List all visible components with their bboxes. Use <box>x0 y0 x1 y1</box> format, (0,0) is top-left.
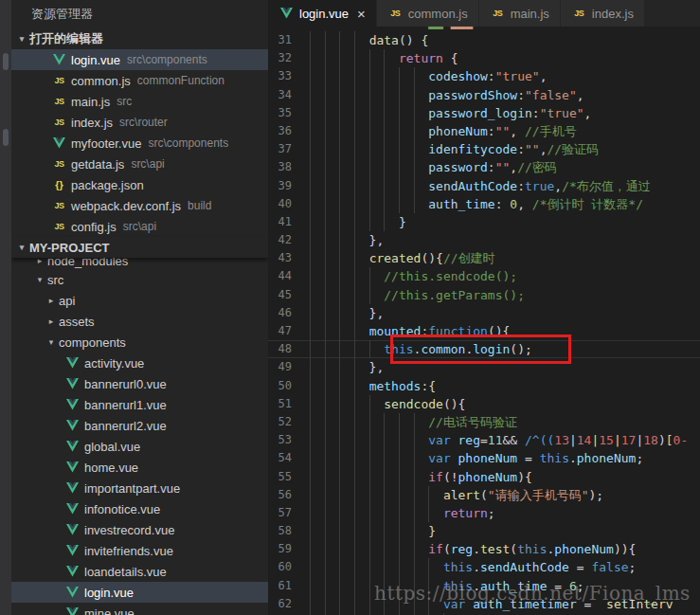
code-text: passwordShow:"false", <box>310 86 584 104</box>
tree-file-item[interactable]: activity.vue <box>11 353 268 373</box>
tree-folder-item[interactable]: ▸node_modules <box>11 258 268 269</box>
chevron-right-icon: ▸ <box>32 258 47 265</box>
code-line[interactable]: 35 password_login:"true", <box>268 104 700 122</box>
file-path: src\api <box>131 157 164 171</box>
code-line[interactable]: 52 //电话号码验证 <box>268 413 700 431</box>
open-editor-item[interactable]: myfooter.vuesrc\components <box>11 133 268 154</box>
line-number: 35 <box>268 104 310 122</box>
open-editor-item[interactable]: {}package.json <box>11 174 268 195</box>
vue-icon <box>64 587 81 598</box>
file-name: mine.vue <box>84 606 135 615</box>
tree-file-item[interactable]: login.vue <box>11 582 268 603</box>
file-name: login.vue <box>71 53 120 67</box>
code-line[interactable]: 60 this.sendAuthCode = false; <box>268 558 700 576</box>
code-line[interactable]: 34 passwordShow:"false", <box>268 86 700 104</box>
file-name: index.js <box>71 116 113 130</box>
tree-file-item[interactable]: bannerurl0.vue <box>11 373 268 394</box>
code-line[interactable]: 57 return; <box>268 504 700 522</box>
code-text: } <box>310 213 406 231</box>
line-number: 46 <box>268 304 310 322</box>
file-name: myfooter.vue <box>71 136 141 151</box>
vue-icon <box>64 399 81 410</box>
tree-file-item[interactable]: loandetails.vue <box>11 561 268 582</box>
code-text: //this.sendcode(); <box>310 267 517 285</box>
code-text: methods:{ <box>310 377 436 395</box>
code-text: password:"",//密码 <box>310 158 557 176</box>
open-editor-item[interactable]: JSconfig.jssrc\api <box>11 216 268 237</box>
open-editor-item[interactable]: JSmain.jssrc <box>11 91 268 112</box>
code-line[interactable]: 50 methods:{ <box>268 377 700 395</box>
tree-folder-item[interactable]: ▾src <box>11 269 268 290</box>
tab-label: common.js <box>408 7 468 21</box>
tree-folder-item[interactable]: ▾components <box>11 332 268 353</box>
open-editor-item[interactable]: JScommon.jscommonFunction <box>11 70 268 91</box>
line-number: 32 <box>268 49 310 67</box>
tree-file-item[interactable]: bannerurl2.vue <box>11 415 268 436</box>
chevron-right-icon: ▸ <box>44 317 59 326</box>
file-name: activity.vue <box>84 356 144 371</box>
project-label: MY-PROJECT <box>29 241 110 255</box>
tree-file-item[interactable]: home.vue <box>11 457 268 478</box>
tab-common-js[interactable]: JScommon.js <box>377 0 479 27</box>
vue-icon <box>64 357 81 369</box>
code-text: }, <box>310 231 384 249</box>
tab-label: login.vue <box>299 7 349 21</box>
code-line[interactable]: 43 created(){//创建时 <box>268 249 700 267</box>
code-line[interactable]: 36 phoneNum:"", //手机号 <box>268 122 700 140</box>
close-icon[interactable]: × <box>357 7 366 21</box>
code-line[interactable]: 45 //this.getParams(); <box>268 286 700 304</box>
code-line[interactable]: 32 return { <box>268 49 700 67</box>
js-icon: JS <box>51 222 67 231</box>
line-number: 58 <box>268 522 310 540</box>
code-line[interactable]: 53 var reg=11&& /^((13|14|15|17|18)[0- <box>268 431 700 449</box>
code-line[interactable]: 51 sendcode(){ <box>268 395 700 413</box>
file-path: src\api <box>123 220 156 233</box>
open-editor-item[interactable]: JSwebpack.dev.conf.jsbuild <box>11 195 268 216</box>
code-line[interactable]: 42 }, <box>268 231 700 249</box>
line-number: 56 <box>268 486 310 504</box>
open-editor-item[interactable]: JSindex.jssrc\router <box>11 112 268 133</box>
code-line[interactable]: 31 data() { <box>268 31 700 49</box>
tree-file-item[interactable]: investrecord.vue <box>11 519 268 540</box>
code-line[interactable]: 58 } <box>268 522 700 540</box>
tab-login-vue[interactable]: login.vue× <box>268 0 377 27</box>
tab-index-js[interactable]: JSindex.js <box>561 0 645 27</box>
open-editor-item[interactable]: login.vuesrc\components <box>11 49 268 70</box>
tab-main-js[interactable]: JSmain.js <box>479 0 561 27</box>
tree-file-item[interactable]: global.vue <box>11 436 268 457</box>
tree-folder-item[interactable]: ▸api <box>11 290 268 311</box>
code-line[interactable]: 41 } <box>268 213 700 231</box>
code-line[interactable]: 40 auth_time: 0, /*倒计时 计数器*/ <box>268 195 700 213</box>
chevron-down-icon: ▾ <box>44 337 59 347</box>
code-text: } <box>310 522 436 540</box>
code-text: password_login:"true", <box>310 104 591 122</box>
tab-bar: login.vue×JScommon.jsJSmain.jsJSindex.js <box>268 0 700 27</box>
explorer-title: 资源管理器 <box>11 0 268 28</box>
tree-file-item[interactable]: mine.vue <box>11 603 268 615</box>
open-editor-item[interactable]: JSgetdata.jssrc\api <box>11 154 268 174</box>
line-number: 34 <box>268 86 310 104</box>
code-line[interactable]: 54 var phoneNum = this.phoneNum; <box>268 449 700 467</box>
tree-file-item[interactable]: importantpart.vue <box>11 478 268 498</box>
tree-folder-item[interactable]: ▸assets <box>11 311 268 332</box>
code-line[interactable]: 37 idenfitycode:"",//验证码 <box>268 140 700 158</box>
tree-file-item[interactable]: invitefriends.vue <box>11 540 268 561</box>
code-editor[interactable]: 30 ▂▂ ▂▂▂31 data() {32 return {33 codesh… <box>268 27 700 615</box>
code-line[interactable]: 59 if(reg.test(this.phoneNum)){ <box>268 540 700 558</box>
vue-icon <box>51 137 67 149</box>
code-text: data() { <box>310 31 428 49</box>
tree-file-item[interactable]: infonotice.vue <box>11 498 268 519</box>
code-line[interactable]: 44 //this.sendcode(); <box>268 267 700 285</box>
code-line[interactable]: 39 sendAuthCode:true,/*布尔值，通过 <box>268 177 700 195</box>
code-line[interactable]: 33 codeshow:"true", <box>268 67 700 85</box>
code-line[interactable]: 38 password:"",//密码 <box>268 158 700 176</box>
line-number: 37 <box>268 140 310 158</box>
project-section-header[interactable]: ▾ MY-PROJECT <box>11 237 268 258</box>
code-line[interactable]: 56 alert("请输入手机号码"); <box>268 486 700 504</box>
js-icon: JS <box>571 9 587 18</box>
code-line[interactable]: 46 }, <box>268 304 700 322</box>
activity-strip-mark <box>3 129 9 146</box>
open-editors-header[interactable]: ▾ 打开的编辑器 <box>11 28 268 49</box>
tree-file-item[interactable]: bannerurl1.vue <box>11 394 268 415</box>
code-line[interactable]: 55 if(!phoneNum){ <box>268 468 700 486</box>
